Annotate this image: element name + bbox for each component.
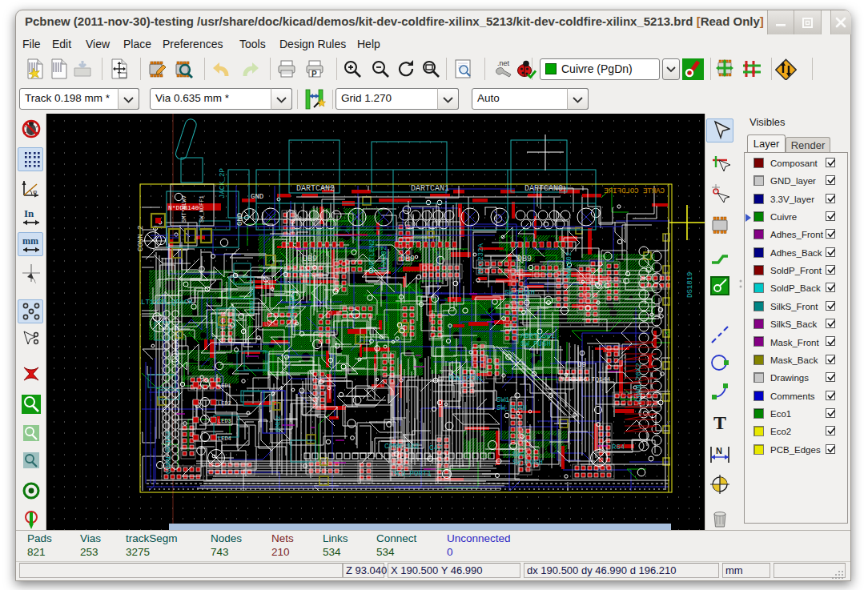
svg-text:LT1129_QPACK: LT1129_QPACK	[141, 299, 193, 307]
svg-text:CONN_2: CONN_2	[137, 226, 145, 251]
svg-text:DB9: DB9	[400, 255, 415, 263]
svg-text:U9: U9	[577, 361, 586, 369]
svg-text:SW_PUSH: SW_PUSH	[504, 289, 535, 297]
svg-text:MAX202: MAX202	[380, 247, 388, 272]
svg-text:.net: .net	[497, 59, 510, 67]
svg-text:GND: GND	[236, 213, 244, 226]
svg-text:DARTCAN1: DARTCAN1	[411, 184, 449, 193]
svg-text:LED3: LED3	[218, 418, 231, 424]
svg-text:UARTLEN2: UARTLEN2	[368, 239, 376, 274]
svg-text:DB9: DB9	[303, 255, 317, 263]
svg-text:P: P	[311, 70, 317, 78]
svg-text:SW_NOFF1: SW_NOFF1	[199, 195, 205, 223]
svg-text:In: In	[24, 207, 34, 219]
svg-text:DARTCAN0: DARTCAN0	[524, 184, 563, 193]
svg-text:JACK_2P: JACK_2P	[219, 168, 227, 199]
svg-text:DS1819: DS1819	[686, 272, 694, 298]
svg-text:SW_PUSH: SW_PUSH	[496, 404, 527, 412]
svg-text:C47: C47	[429, 444, 442, 452]
svg-text:GND: GND	[251, 193, 263, 201]
svg-text:ABRT1SW1: ABRT1SW1	[520, 332, 555, 340]
svg-text:CON_SEL2: CON_SEL2	[249, 279, 257, 314]
svg-text:SW1: SW1	[496, 396, 509, 404]
svg-text:CONN_PC104: CONN_PC104	[165, 431, 173, 474]
svg-text:CONN_3X2: CONN_3X2	[384, 443, 419, 451]
svg-text:DARTCAN2: DARTCAN2	[296, 184, 335, 193]
svg-text:MAX202: MAX202	[565, 252, 573, 278]
svg-text:ON_SEL1: ON_SEL1	[289, 287, 297, 318]
svg-text:mm: mm	[22, 235, 38, 247]
svg-text:MAX232A: MAX232A	[477, 243, 485, 274]
svg-text:SW2: SW2	[512, 451, 525, 459]
svg-text:CONN_20X2: CONN_20X2	[635, 363, 643, 402]
svg-text:R64: R64	[612, 444, 625, 452]
svg-text:SW_PUSH: SW_PUSH	[520, 340, 551, 348]
svg-text:PULUPEN1: PULUPEN1	[448, 375, 483, 383]
svg-text:N: N	[716, 446, 722, 456]
svg-text:8MHz: 8MHz	[275, 415, 283, 432]
svg-text:φ: φ	[33, 188, 37, 195]
svg-text:MCU_PORT1: MCU_PORT1	[392, 470, 432, 478]
svg-text:MCB3256-TQ144: MCB3256-TQ144	[561, 375, 611, 383]
svg-text:LED4: LED4	[218, 435, 231, 442]
svg-text:T: T	[713, 412, 726, 433]
svg-text:SW_PUSH: SW_PUSH	[512, 459, 543, 467]
svg-text:CARTE COLDFIRE: CARTE COLDFIRE	[604, 187, 665, 195]
svg-text:SMT*NLWV: SMT*NLWV	[181, 195, 187, 223]
svg-text:LED2: LED2	[218, 400, 231, 407]
svg-text:DB9: DB9	[517, 255, 532, 263]
svg-text:LED1: LED1	[218, 383, 231, 389]
